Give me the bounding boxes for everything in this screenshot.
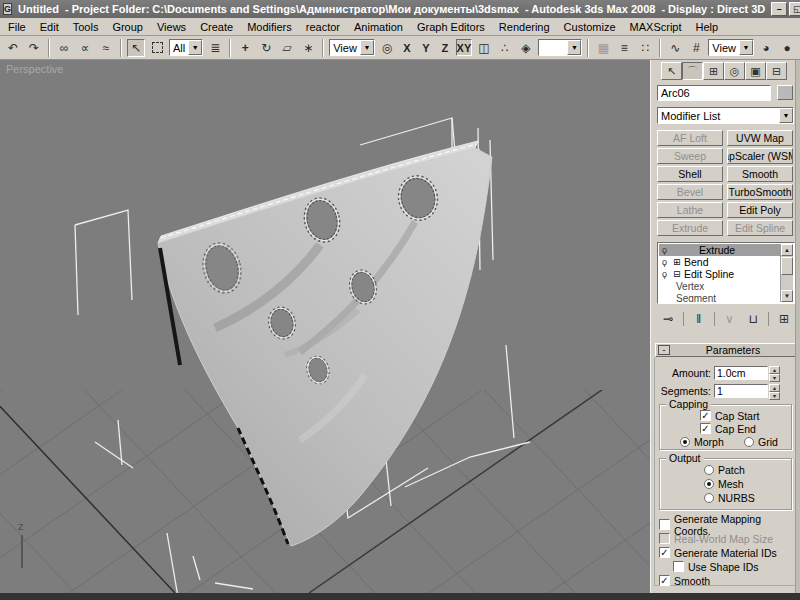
cap-end-checkbox[interactable]: ✓ [700,423,711,434]
modifier-button-afloft[interactable]: AF Loft [657,130,723,146]
morph-row[interactable]: Morph [680,434,724,449]
cap-start-checkbox[interactable]: ✓ [700,410,711,421]
menu-maxscript[interactable]: MAXScript [630,21,682,33]
generate-material-ids-checkbox[interactable]: ✓ [659,547,670,558]
menu-animation[interactable]: Animation [354,21,403,33]
smooth-row[interactable]: ✓ Smooth [659,573,799,588]
schematic-view-icon[interactable]: # [687,39,705,57]
viewport-canvas[interactable]: Z [0,60,650,593]
mesh-row[interactable]: Mesh [704,476,744,491]
rectangular-selection-region-icon[interactable] [148,39,166,57]
grid-row[interactable]: Grid [744,434,778,449]
menu-file[interactable]: File [8,21,26,33]
menu-edit[interactable]: Edit [40,21,59,33]
menu-rendering[interactable]: Rendering [499,21,550,33]
stack-item-editspline[interactable]: ϙ ⊟ Edit Spline [659,268,780,280]
scroll-up-icon[interactable]: ▲ [781,244,793,256]
named-selections-icon[interactable]: ∷ [636,39,654,57]
modifier-button-shell[interactable]: Shell [657,166,723,182]
select-and-link-icon[interactable]: ∞ [55,39,73,57]
dropdown-arrow-icon[interactable]: ▼ [188,40,202,55]
extruded-arc-object[interactable] [158,141,492,546]
configure-modifier-sets-icon[interactable]: ⊞ [775,312,793,326]
panel-scrollbar[interactable] [795,60,800,593]
scroll-thumb[interactable] [781,257,793,275]
select-and-rotate-icon[interactable]: ↻ [257,39,275,57]
select-and-move-icon[interactable]: + [236,39,254,57]
restrict-y-button[interactable]: Y [418,39,434,56]
real-world-map-size-row[interactable]: Real-World Map Size [659,531,799,546]
bind-to-space-warp-icon[interactable]: ≈ [97,39,115,57]
spinner-down-icon[interactable]: ▾ [769,392,780,400]
remove-modifier-icon[interactable]: ⊔ [744,312,762,326]
use-pivot-point-icon[interactable]: ◎ [378,39,396,57]
menu-reactor[interactable]: reactor [306,21,340,33]
select-and-manipulate-icon[interactable]: ∗ [299,39,317,57]
make-unique-icon[interactable]: ∨ [721,312,739,326]
menu-help[interactable]: Help [696,21,719,33]
modifier-button-uvwmap[interactable]: UVW Map [727,130,793,146]
select-and-scale-icon[interactable]: ▱ [278,39,296,57]
spinner-down-icon[interactable]: ▾ [769,374,780,382]
spinner-up-icon[interactable]: ▴ [769,366,780,374]
tab-motion-icon[interactable]: ◎ [724,62,745,80]
dropdown-arrow-icon[interactable]: ▼ [779,108,793,123]
dropdown-arrow-icon[interactable]: ▼ [567,40,581,55]
dropdown-arrow-icon[interactable]: ▼ [360,40,374,55]
generate-mapping-coords-row[interactable]: Generate Mapping Coords. [659,517,799,532]
rollout-collapse-icon[interactable]: - [658,345,670,355]
quick-render-icon[interactable]: ● [778,39,796,57]
named-selection-sets-dropdown[interactable]: ▼ [538,39,582,56]
undo-icon[interactable]: ↶ [4,39,22,57]
real-world-map-size-checkbox[interactable] [659,533,670,544]
scroll-down-icon[interactable]: ▼ [781,290,793,302]
selection-filter-dropdown[interactable]: All ▼ [169,39,203,56]
viewport-label[interactable]: Perspective [6,63,63,75]
menu-tools[interactable]: Tools [73,21,99,33]
minimize-button[interactable]: – [771,2,787,16]
curve-editor-icon[interactable]: ∿ [666,39,684,57]
tab-modify-icon[interactable]: ⌒ [682,62,703,80]
tab-display-icon[interactable]: ▣ [745,62,766,80]
nurbs-row[interactable]: NURBS [704,490,755,505]
restrict-x-button[interactable]: X [399,39,415,56]
mesh-radio[interactable] [704,479,714,489]
amount-field[interactable]: 1.0cm [714,366,768,380]
smooth-checkbox[interactable]: ✓ [659,575,670,586]
generate-mapping-coords-checkbox[interactable] [659,519,670,530]
show-end-result-icon[interactable]: ‖ [690,312,708,326]
tab-create-icon[interactable]: ↖ [661,62,682,80]
modifier-list-dropdown[interactable]: Modifier List ▼ [657,107,794,124]
modifier-button-bevel[interactable]: Bevel [657,184,723,200]
generate-material-ids-row[interactable]: ✓ Generate Material IDs [659,545,799,560]
stack-subitem-segment[interactable]: Segment [659,292,780,302]
pin-stack-icon[interactable]: ⊸ [659,312,677,326]
select-object-icon[interactable]: ↖ [127,39,145,57]
modifier-button-smooth[interactable]: Smooth [727,166,793,182]
modifier-button-editspline[interactable]: Edit Spline [727,220,793,236]
stack-scrollbar[interactable]: ▲ ▼ [780,244,793,302]
restrict-xy-plane-button[interactable]: XY [456,39,472,56]
modifier-button-editpoly[interactable]: Edit Poly [727,202,793,218]
unlink-selection-icon[interactable]: ∝ [76,39,94,57]
use-shape-ids-checkbox[interactable] [673,561,684,572]
track-view-icon[interactable]: ▦ [594,39,612,57]
menu-create[interactable]: Create [200,21,233,33]
menu-graph-editors[interactable]: Graph Editors [417,21,485,33]
segments-field[interactable]: 1 [714,384,768,398]
morph-radio[interactable] [680,437,690,447]
perspective-viewport[interactable]: Perspective [0,60,650,593]
modifier-button-sweep[interactable]: Sweep [657,148,723,164]
mirror-icon[interactable]: ◫ [475,39,493,57]
stack-item-bend[interactable]: ϙ ⊞ Bend [659,256,780,268]
modifier-button-extrude[interactable]: Extrude [657,220,723,236]
amount-spinner[interactable]: ▴ ▾ [769,366,780,380]
collapse-box-icon[interactable]: ⊟ [673,269,682,279]
parameters-rollout-header[interactable]: - Parameters [655,343,797,357]
redo-icon[interactable]: ↷ [25,39,43,57]
menu-modifiers[interactable]: Modifiers [247,21,292,33]
restore-button[interactable]: ◱ [789,2,800,16]
object-color-swatch[interactable] [777,85,793,100]
stack-item-extrude[interactable]: ϙ Extrude [659,244,780,256]
patch-radio[interactable] [704,465,714,475]
